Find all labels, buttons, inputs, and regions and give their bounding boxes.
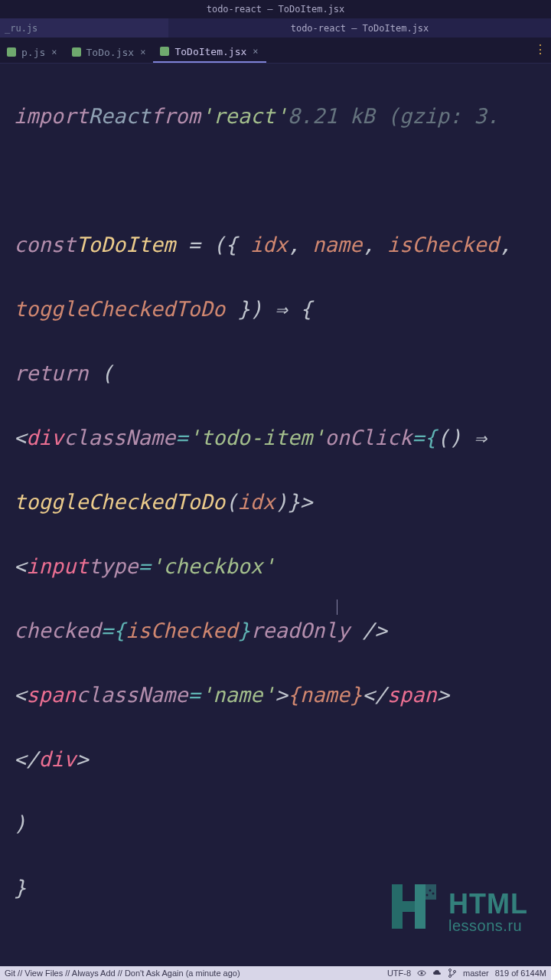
tab-label: ToDoItem.jsx bbox=[174, 46, 246, 57]
watermark-text-big: HTML bbox=[448, 890, 528, 918]
secondary-caret bbox=[337, 599, 337, 615]
jsx-file-icon bbox=[71, 47, 82, 57]
window-titlebar: todo-react – ToDoItem.jsx bbox=[0, 0, 551, 18]
watermark-text-small: lessons.ru bbox=[448, 918, 528, 933]
eye-icon[interactable] bbox=[417, 969, 426, 978]
tab-label: p.js bbox=[21, 47, 45, 58]
svg-point-9 bbox=[426, 894, 429, 897]
bundle-size-hint: 8.21 kB (gzip: 3. bbox=[288, 100, 499, 132]
svg-rect-2 bbox=[160, 47, 169, 56]
watermark-logo: HTML lessons.ru bbox=[387, 880, 528, 933]
jsx-file-icon bbox=[159, 46, 170, 57]
tab-todoitem-jsx[interactable]: ToDoItem.jsx × bbox=[153, 41, 266, 63]
close-icon[interactable]: × bbox=[50, 47, 58, 57]
topbar-center-title: todo-react – ToDoItem.jsx bbox=[168, 23, 551, 34]
status-bar: Git // View Files // Always Add // Don't… bbox=[0, 966, 551, 980]
window-title: todo-react – ToDoItem.jsx bbox=[207, 4, 345, 15]
tab-todo-jsx[interactable]: ToDo.jsx × bbox=[65, 41, 154, 63]
git-branch-icon bbox=[448, 969, 457, 978]
svg-point-7 bbox=[429, 890, 432, 892]
more-menu-icon[interactable]: ⋮ bbox=[534, 42, 546, 57]
topbar-left-label: _ru.js bbox=[5, 23, 37, 34]
tab-app-js[interactable]: p.js × bbox=[0, 41, 65, 63]
code-editor[interactable]: import React from 'react' 8.21 kB (gzip:… bbox=[0, 64, 551, 964]
svg-rect-0 bbox=[7, 47, 16, 57]
svg-point-8 bbox=[432, 893, 435, 895]
status-branch[interactable]: master bbox=[463, 969, 489, 978]
close-icon[interactable]: × bbox=[139, 47, 147, 57]
editor-topbar: _ru.js todo-react – ToDoItem.jsx bbox=[0, 18, 551, 38]
svg-point-11 bbox=[421, 972, 423, 975]
svg-rect-6 bbox=[421, 884, 436, 900]
svg-rect-1 bbox=[72, 47, 81, 57]
js-file-icon bbox=[6, 47, 17, 57]
status-message[interactable]: Git // View Files // Always Add // Don't… bbox=[5, 969, 381, 978]
close-icon[interactable]: × bbox=[251, 46, 259, 57]
tab-label: ToDo.jsx bbox=[86, 47, 135, 58]
status-memory[interactable]: 819 of 6144M bbox=[495, 969, 546, 978]
status-encoding[interactable]: UTF-8 bbox=[387, 969, 411, 978]
html-lessons-logo-icon bbox=[387, 880, 439, 933]
tab-bar: p.js × ToDo.jsx × ToDoItem.jsx × ⋮ bbox=[0, 38, 551, 64]
topbar-left-tab[interactable]: _ru.js bbox=[0, 18, 168, 38]
cloud-icon[interactable] bbox=[432, 969, 442, 978]
code-content: import React from 'react' 8.21 kB (gzip:… bbox=[0, 68, 551, 980]
